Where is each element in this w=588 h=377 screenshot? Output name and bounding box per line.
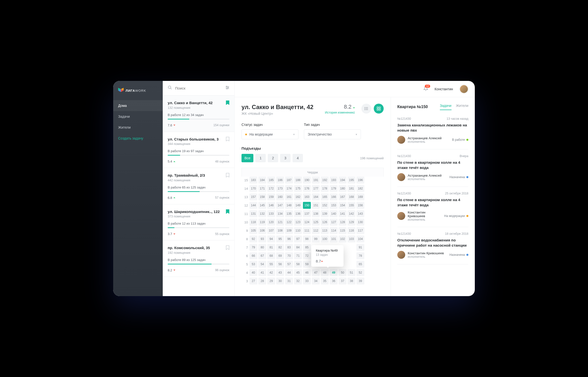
apartment-cell[interactable]: 131: [249, 210, 257, 217]
apartment-cell[interactable]: 192: [321, 177, 329, 184]
apartment-cell[interactable]: 123: [294, 219, 302, 226]
apartment-cell[interactable]: 115: [339, 227, 347, 234]
apartment-cell[interactable]: 130: [356, 219, 364, 226]
apartment-cell[interactable]: 110: [294, 227, 302, 234]
apartment-cell[interactable]: 101: [330, 236, 338, 242]
nav-item-2[interactable]: Жители: [113, 122, 163, 133]
apartment-cell[interactable]: 81: [267, 244, 275, 251]
apartment-cell[interactable]: 54: [258, 261, 266, 268]
entrance-all[interactable]: Все: [241, 154, 253, 162]
task-item[interactable]: №12143025 октября 2018 По стене в кварти…: [397, 187, 468, 227]
apartment-cell[interactable]: 58: [294, 261, 302, 268]
apartment-cell[interactable]: 122: [285, 219, 293, 226]
username[interactable]: Константин: [435, 87, 453, 91]
apartment-cell[interactable]: 116: [347, 227, 355, 234]
apartment-cell[interactable]: 166: [330, 193, 338, 200]
apartment-cell[interactable]: 96: [285, 236, 293, 242]
apartment-cell[interactable]: 45: [294, 269, 302, 276]
apartment-cell[interactable]: 152: [321, 202, 329, 209]
rating-history-link[interactable]: История измененииz: [325, 111, 355, 114]
apartment-cell[interactable]: 53: [249, 261, 257, 268]
apartment-cell[interactable]: 102: [339, 236, 347, 242]
panel-tab[interactable]: Жители: [456, 104, 468, 110]
apartment-cell[interactable]: 39: [356, 278, 364, 284]
apartment-cell[interactable]: 49: [330, 269, 338, 276]
task-item[interactable]: №121430Вчера По стене в квартирном холле…: [397, 149, 468, 187]
apartment-cell[interactable]: 164: [312, 193, 320, 200]
apartment-cell[interactable]: 155: [347, 202, 355, 209]
apartment-cell[interactable]: 138: [312, 210, 320, 217]
apartment-cell[interactable]: 103: [347, 236, 355, 242]
apartment-cell[interactable]: 132: [258, 210, 266, 217]
apartment-cell[interactable]: 159: [267, 193, 275, 200]
apartment-cell[interactable]: 165: [321, 193, 329, 200]
apartment-cell[interactable]: 27: [249, 278, 257, 284]
apartment-cell[interactable]: 181: [347, 185, 355, 192]
apartment-cell[interactable]: 147: [276, 202, 284, 209]
bookmark-icon[interactable]: [226, 209, 229, 214]
apartment-cell[interactable]: 179: [330, 185, 338, 192]
apartment-cell[interactable]: 91: [356, 244, 364, 251]
apartment-cell[interactable]: 50: [339, 269, 347, 276]
apartment-cell[interactable]: 128: [339, 219, 347, 226]
apartment-cell[interactable]: 121: [276, 219, 284, 226]
apartment-cell[interactable]: 177: [312, 185, 320, 192]
apartment-cell[interactable]: 108: [276, 227, 284, 234]
apartment-cell[interactable]: 42: [267, 269, 275, 276]
house-card[interactable]: пр. Трамвайный, 2/3 442 помещения В рабо…: [163, 168, 234, 204]
nav-item-1[interactable]: Задачи: [113, 111, 163, 122]
apartment-cell[interactable]: 167: [339, 193, 347, 200]
house-card[interactable]: ул. Шарикоподшипник.., 122 373 помещения…: [163, 204, 234, 241]
apartment-cell[interactable]: 183: [249, 177, 257, 184]
apartment-cell[interactable]: 83: [285, 244, 293, 251]
apartment-cell[interactable]: 112: [312, 227, 320, 234]
apartment-cell[interactable]: 125: [312, 219, 320, 226]
apartment-cell[interactable]: 104: [356, 236, 364, 242]
apartment-cell[interactable]: 117: [356, 227, 364, 234]
apartment-cell[interactable]: 126: [321, 219, 329, 226]
apartment-cell[interactable]: 158: [258, 193, 266, 200]
apartment-cell[interactable]: 145: [258, 202, 266, 209]
task-item[interactable]: №12143018 октября 2018 Отключение водосн…: [397, 227, 468, 264]
apartment-cell[interactable]: 55: [267, 261, 275, 268]
filter-status-select[interactable]: На модерации ▾: [241, 129, 298, 139]
avatar[interactable]: [459, 85, 468, 94]
apartment-cell[interactable]: 67: [258, 252, 266, 259]
apartment-cell[interactable]: 106: [258, 227, 266, 234]
apartment-cell[interactable]: 80: [258, 244, 266, 251]
apartment-cell[interactable]: 111: [303, 227, 311, 234]
apartment-cell[interactable]: 196: [356, 177, 364, 184]
apartment-cell[interactable]: 150: [303, 202, 311, 209]
apartment-cell[interactable]: 120: [267, 219, 275, 226]
apartment-cell[interactable]: 84: [294, 244, 302, 251]
apartment-cell[interactable]: 43: [276, 269, 284, 276]
apartment-cell[interactable]: 186: [276, 177, 284, 184]
nav-create-task[interactable]: Создать задачу: [113, 133, 163, 144]
apartment-cell[interactable]: 78: [356, 252, 364, 259]
apartment-cell[interactable]: 97: [294, 236, 302, 242]
apartment-cell[interactable]: 135: [285, 210, 293, 217]
apartment-cell[interactable]: 168: [347, 193, 355, 200]
apartment-cell[interactable]: 29: [267, 278, 275, 284]
apartment-cell[interactable]: 163: [303, 193, 311, 200]
apartment-cell[interactable]: 188: [294, 177, 302, 184]
apartment-cell[interactable]: 48: [321, 269, 329, 276]
apartment-cell[interactable]: 193: [330, 177, 338, 184]
bookmark-icon[interactable]: [226, 173, 229, 177]
apartment-cell[interactable]: 93: [258, 236, 266, 242]
apartment-cell[interactable]: 40: [249, 269, 257, 276]
house-card[interactable]: ул. Сакко и Ванцетти, 42 132 помещения В…: [163, 95, 234, 132]
apartment-cell[interactable]: 109: [285, 227, 293, 234]
apartment-cell[interactable]: 99: [312, 236, 320, 242]
apartment-cell[interactable]: 129: [347, 219, 355, 226]
apartment-cell[interactable]: 190: [303, 177, 311, 184]
apartment-cell[interactable]: 34: [312, 278, 320, 284]
apartment-cell[interactable]: 52: [356, 269, 364, 276]
apartment-cell[interactable]: 119: [258, 219, 266, 226]
apartment-cell[interactable]: 139: [321, 210, 329, 217]
apartment-cell[interactable]: 127: [330, 219, 338, 226]
apartment-cell[interactable]: 56: [276, 261, 284, 268]
apartment-cell[interactable]: 161: [285, 193, 293, 200]
apartment-cell[interactable]: 68: [267, 252, 275, 259]
panel-tab[interactable]: Задачи: [440, 104, 452, 110]
